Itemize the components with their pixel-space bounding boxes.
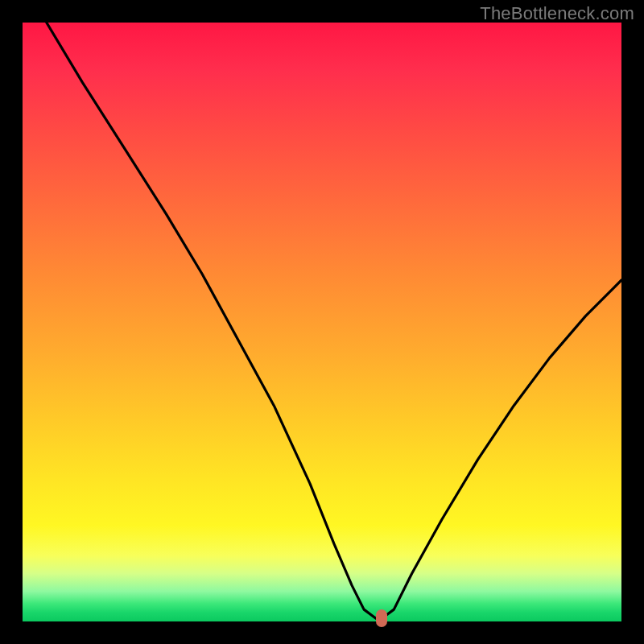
bottleneck-curve — [23, 23, 621, 621]
minimum-marker — [376, 609, 387, 627]
chart-frame: TheBottleneck.com — [0, 0, 644, 644]
curve-path — [47, 23, 621, 618]
watermark-text: TheBottleneck.com — [480, 3, 634, 24]
